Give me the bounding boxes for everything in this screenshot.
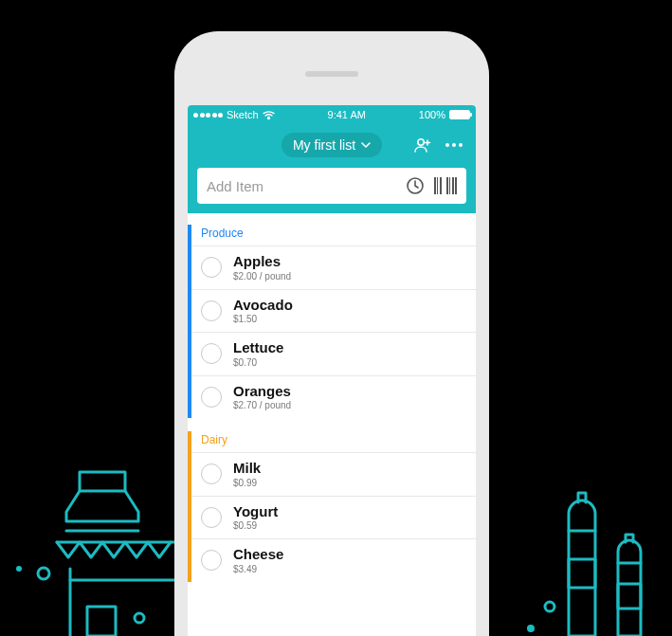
item-name: Apples xyxy=(233,254,291,270)
category-title: Produce xyxy=(188,225,476,245)
item-price: $0.59 xyxy=(233,520,278,531)
item-price: $1.50 xyxy=(233,314,293,324)
category-color-bar xyxy=(188,225,191,418)
phone-screen: Sketch 9:41 AM 100% My first list xyxy=(188,105,476,636)
item-price: $2.00 / pound xyxy=(233,271,291,282)
add-item-bar xyxy=(197,168,466,204)
list-item[interactable]: Yogurt $0.59 xyxy=(188,496,476,539)
wifi-icon xyxy=(263,111,275,119)
svg-rect-4 xyxy=(618,584,641,609)
svg-point-2 xyxy=(38,568,49,579)
person-plus-icon xyxy=(413,137,432,153)
category-title: Dairy xyxy=(188,431,476,452)
svg-point-0 xyxy=(135,613,144,623)
checkbox[interactable] xyxy=(201,257,222,278)
battery-pct-label: 100% xyxy=(419,109,445,120)
clock-label: 9:41 AM xyxy=(328,109,366,120)
list-item[interactable]: Avocado $1.50 xyxy=(188,289,476,333)
svg-point-1 xyxy=(16,566,22,572)
status-bar: Sketch 9:41 AM 100% xyxy=(188,105,476,124)
item-name: Cheese xyxy=(233,547,283,563)
recent-items-button[interactable] xyxy=(406,176,425,195)
chevron-down-icon xyxy=(361,142,371,148)
item-price: $0.99 xyxy=(233,478,261,488)
category-color-bar xyxy=(188,431,191,582)
list-title-label: My first list xyxy=(293,137,355,153)
svg-point-6 xyxy=(545,602,554,611)
list-item[interactable]: Milk $0.99 xyxy=(188,452,476,496)
phone-frame: Sketch 9:41 AM 100% My first list xyxy=(174,31,489,636)
item-price: $2.70 / pound xyxy=(233,400,291,410)
item-name: Oranges xyxy=(233,384,291,400)
svg-rect-3 xyxy=(569,559,595,588)
add-collaborator-button[interactable] xyxy=(413,137,432,153)
clock-icon xyxy=(406,176,425,195)
checkbox[interactable] xyxy=(201,300,222,321)
list-item[interactable]: Cheese $3.49 xyxy=(188,538,476,582)
battery-icon xyxy=(449,110,470,119)
item-name: Yogurt xyxy=(233,504,278,520)
scan-barcode-button[interactable] xyxy=(434,177,458,194)
checkbox[interactable] xyxy=(201,343,222,364)
list-item[interactable]: Oranges $2.70 / pound xyxy=(188,375,476,419)
checkbox[interactable] xyxy=(201,387,222,408)
item-name: Milk xyxy=(233,461,261,477)
checkbox[interactable] xyxy=(201,507,222,528)
checkbox[interactable] xyxy=(201,463,222,484)
category-dairy: Dairy Milk $0.99 Yogurt $0.59 xyxy=(188,431,476,582)
more-button[interactable] xyxy=(445,143,463,147)
item-name: Lettuce xyxy=(233,340,283,356)
item-name: Avocado xyxy=(233,298,293,314)
svg-point-7 xyxy=(418,139,424,145)
list-body[interactable]: Produce Apples $2.00 / pound Avocado $1.… xyxy=(188,213,476,636)
app-header: My first list xyxy=(188,124,476,213)
carrier-label: Sketch xyxy=(227,109,259,120)
item-price: $3.49 xyxy=(233,564,283,574)
list-item[interactable]: Lettuce $0.70 xyxy=(188,332,476,375)
list-item[interactable]: Apples $2.00 / pound xyxy=(188,245,476,289)
checkbox[interactable] xyxy=(201,550,222,571)
signal-dots-icon xyxy=(193,113,223,118)
item-price: $0.70 xyxy=(233,357,283,368)
add-item-input[interactable] xyxy=(207,178,396,194)
svg-point-5 xyxy=(527,625,535,632)
category-produce: Produce Apples $2.00 / pound Avocado $1.… xyxy=(188,225,476,418)
list-selector-button[interactable]: My first list xyxy=(282,133,382,157)
